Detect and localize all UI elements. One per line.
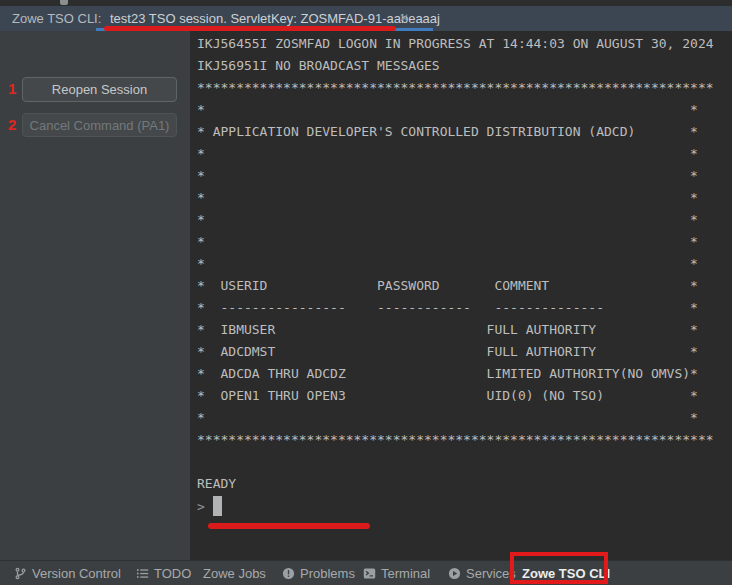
statusbar-item-zowe-jobs[interactable]: Zowe Jobs <box>203 561 266 585</box>
statusbar-item-terminal[interactable]: Terminal <box>363 561 430 585</box>
services-icon <box>448 567 461 580</box>
terminal-cursor <box>213 496 222 516</box>
prompt-char: > <box>197 499 205 514</box>
tso-terminal-output[interactable]: IKJ56455I ZOSMFAD LOGON IN PROGRESS AT 1… <box>190 31 732 560</box>
terminal-icon <box>363 567 376 580</box>
todo-list-icon <box>136 567 149 580</box>
annotation-number-2: 2 <box>8 116 16 133</box>
reopen-session-button[interactable]: Reopen Session <box>22 77 177 102</box>
annotation-number-1: 1 <box>8 80 16 97</box>
statusbar-item-services[interactable]: Services <box>448 561 516 585</box>
session-actions-panel: 1 Reopen Session 2 Cancel Command (PA1) <box>0 31 190 560</box>
problems-icon <box>282 567 295 580</box>
annotation-red-rect-zowe-tso-cli <box>510 552 608 584</box>
scrollbar-thumb[interactable] <box>60 0 68 5</box>
status-bar: Version Control TODO Zowe Jobs Problems … <box>0 560 732 585</box>
statusbar-item-version-control[interactable]: Version Control <box>14 561 121 585</box>
statusbar-item-problems[interactable]: Problems <box>282 561 355 585</box>
annotation-red-underline-tab <box>104 26 396 31</box>
statusbar-item-todo[interactable]: TODO <box>136 561 191 585</box>
annotation-red-underline-prompt <box>208 523 370 529</box>
git-branch-icon <box>14 567 27 580</box>
terminal-prompt-row[interactable]: > <box>197 495 732 517</box>
cancel-command-button[interactable]: Cancel Command (PA1) <box>22 113 177 137</box>
terminal-text: IKJ56455I ZOSMFAD LOGON IN PROGRESS AT 1… <box>197 33 732 495</box>
tool-window-title: Zowe TSO CLI: <box>12 6 101 31</box>
